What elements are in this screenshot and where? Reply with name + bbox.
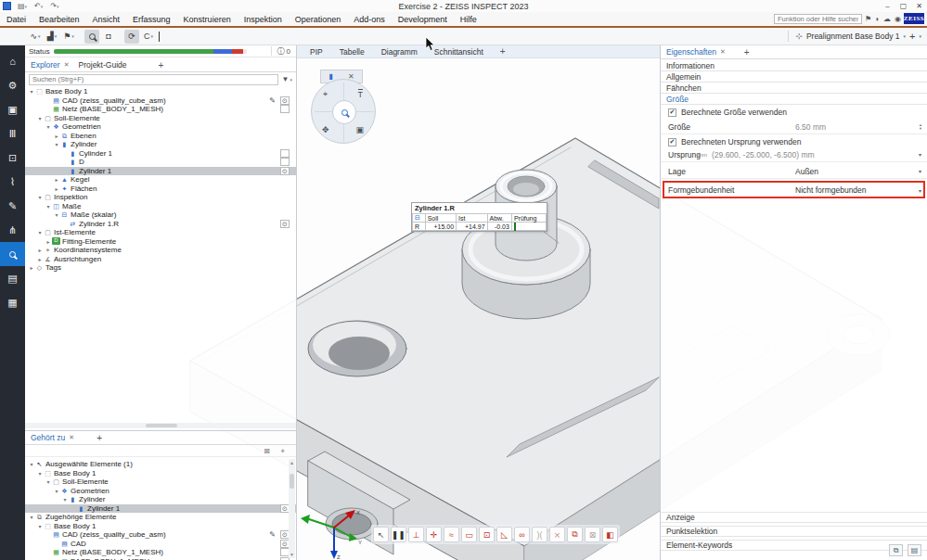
collapse-all-icon[interactable]: ⊠ [264,447,270,455]
expand-arrow-icon[interactable]: ▾ [45,123,52,130]
info-icon[interactable]: ⓘ [277,46,285,57]
section-punktselektion[interactable]: Punktselektion [661,526,927,537]
visibility-toggle[interactable]: ⊙ [280,149,290,158]
recalculate-button[interactable]: ⟳▾ [124,30,139,44]
nav-text-icon[interactable]: T [358,89,364,99]
sidebar-report-icon[interactable]: ▤ [0,266,25,290]
tab-projekt-guide[interactable]: Projekt-Guide [79,60,127,70]
use-computed-size-row[interactable]: ✔ Berechnete Größe verwenden [661,107,927,118]
vtab-pip[interactable]: PIP [310,47,323,57]
section-groesse[interactable]: Größe [661,94,927,105]
menu-erfassung[interactable]: Erfassung [126,15,177,24]
origin-value[interactable]: (29.600, -25.000, -6.500) mm [712,150,815,159]
sidebar-network-icon[interactable]: ⋔ [0,218,25,242]
expand-arrow-icon[interactable]: ▸ [53,185,60,192]
section-informationen[interactable]: Informationen [661,60,927,71]
add-alignment-button[interactable]: + [909,31,915,42]
expand-arrow-icon[interactable]: ▾ [53,211,60,218]
tree-masse-skalar[interactable]: ▾ ⊟ Maße (skalar) ✎ ⊙ [25,210,296,220]
feedback-icon[interactable]: ⚑ [865,15,871,23]
add-tab-button[interactable]: + [97,433,102,443]
expand-arrow-icon[interactable]: ▾ [45,203,52,210]
menu-hilfe[interactable]: Hilfe [454,15,483,24]
menu-addons[interactable]: Add-ons [347,15,392,24]
btree-soll[interactable]: ▾ ▢ Soll-Elemente ✎ ⊙ [25,477,296,487]
filter-icon[interactable]: ▼ [282,75,290,83]
link-tool-button[interactable]: ∞ [514,527,530,542]
btree-netz[interactable]: ▦ Netz (BASE_BODY_1_MESH) ✎ ⊙ [25,548,296,557]
menu-bearbeiten[interactable]: Bearbeiten [32,15,86,24]
menu-ansicht[interactable]: Ansicht [86,15,127,24]
3d-viewport[interactable]: PIPTabelleDiagrammSchnittansicht + ▮ ✕ ⌖… [297,45,660,560]
visibility-toggle[interactable]: ⊙ [280,96,290,105]
menu-konstruieren[interactable]: Konstruieren [177,15,238,24]
deviation-tool-button[interactable]: ⨯ [549,527,565,542]
sidebar-pen-icon[interactable]: ✎ [0,194,25,218]
btree-zylinder-group[interactable]: ▾ ▮ Zylinder ✎ ⊙ [25,495,296,504]
minimize-button[interactable]: – [880,0,895,11]
expand-arrow-icon[interactable]: ▾ [36,229,44,235]
btree-zylinder-1[interactable]: ▮ Zylinder 1 ✎ ⊙ [25,504,296,514]
btree-base-body[interactable]: ▾ ⬚ Base Body 1 ✎ ⊙ [25,469,296,478]
tree-zylinder-group[interactable]: ▾ ▮ Zylinder ✎ ⊙ [25,140,296,149]
pause-button[interactable]: ❚❚ [391,527,406,542]
expand-arrow-icon[interactable]: ▾ [45,478,52,485]
expand-arrow-icon[interactable]: ▾ [53,141,60,147]
notifications-icon[interactable]: ◗ [875,15,880,23]
keyword-list-button[interactable]: ▤ [908,544,921,556]
chevron-down-icon[interactable]: ▾ [919,187,921,194]
alignment-selector[interactable]: Prealignment Base Body 1 [806,32,900,41]
tree-geometrien[interactable]: ▾ ❖ Geometrien ✎ ⊙ [25,122,296,132]
alignment-dropdown-icon[interactable]: ▾ [904,33,907,39]
sidebar-search-icon[interactable] [0,242,25,266]
tree-zylinder-1[interactable]: ▮ Zylinder 1 ✎ ⊙ [25,167,296,176]
curve-tool-button[interactable]: ≈ [444,527,459,542]
sidebar-apps-icon[interactable]: ▦ [0,290,25,314]
nav-zoom-icon[interactable] [332,100,356,124]
close-icon[interactable]: ✕ [69,434,74,441]
expand-arrow-icon[interactable]: ▾ [28,461,35,467]
tab-eigenschaften[interactable]: Eigenschaften✕ [666,47,726,57]
expand-arrow-icon[interactable]: ▸ [36,247,44,253]
checkbox-icon[interactable]: ✔ [668,138,676,146]
angle-tool-button[interactable]: ◺ [496,527,512,542]
vtab-schnittansicht[interactable]: Schnittansicht [434,47,483,57]
chevron-down-icon[interactable]: ▾ [919,168,921,174]
sidebar-video-icon[interactable]: ⊡ [0,146,25,170]
section-anzeige[interactable]: Anzeige [661,512,927,523]
visibility-toggle[interactable]: ⊙ [280,167,290,175]
position-select[interactable]: Außen [795,167,818,176]
sidebar-measurement-icon[interactable]: ▣ [0,97,25,121]
visibility-toggle[interactable]: ⊙ [280,105,290,113]
keyword-copy-button[interactable]: ⧉ [889,544,903,556]
section-allgemein[interactable]: Allgemein [661,71,927,83]
tree-tags[interactable]: ▸ ◇ Tags ✎ ⊙ [25,263,296,273]
expand-arrow-icon[interactable]: ▾ [36,194,44,200]
expand-arrow-icon[interactable]: ▾ [28,88,35,95]
zoom-button[interactable]: ▾ [84,30,99,44]
expand-arrow-icon[interactable]: ▾ [61,496,69,503]
section-element-keywords[interactable]: Element-Keywords [661,540,927,551]
expand-arrow-icon[interactable]: ▾ [36,115,44,121]
expand-arrow-icon[interactable]: ▾ [28,514,35,520]
size-input[interactable]: 6.50 mm [795,122,826,132]
edit-icon[interactable]: ✎ [269,96,276,105]
tree-search-input[interactable] [29,74,278,85]
edit-icon[interactable]: ✎ [269,530,276,539]
expand-arrow-icon[interactable]: ▾ [53,488,60,494]
sidebar-probe-icon[interactable]: ⌇ [0,170,25,194]
vtab-diagramm[interactable]: Diagramm [381,47,418,57]
flag-button[interactable]: ⚑▾ [61,30,76,44]
visibility-toggle[interactable]: ⊙ [280,158,290,166]
nav-move-icon[interactable]: ✥ [322,125,329,134]
checkbox-icon[interactable]: ✔ [668,108,676,117]
expand-arrow-icon[interactable]: ▸ [45,238,52,245]
btree-zugehoerige[interactable]: ▾ ⧉ Zugehörige Elemente ✎ ⊙ [25,513,296,522]
tab-explorer[interactable]: Explorer✕ [31,60,70,70]
cloud-icon[interactable]: ☁ [883,15,891,23]
account-icon[interactable]: ◉ [895,15,901,23]
tree-cad[interactable]: ▤ CAD (zeiss_quality_cube_asm) ✎ ⊙ [25,96,296,106]
expand-arrow-icon[interactable]: ▸ [28,264,35,271]
sidebar-series-icon[interactable]: Ⅲ [0,121,25,146]
select-tool-button[interactable]: ↖ [373,527,389,542]
